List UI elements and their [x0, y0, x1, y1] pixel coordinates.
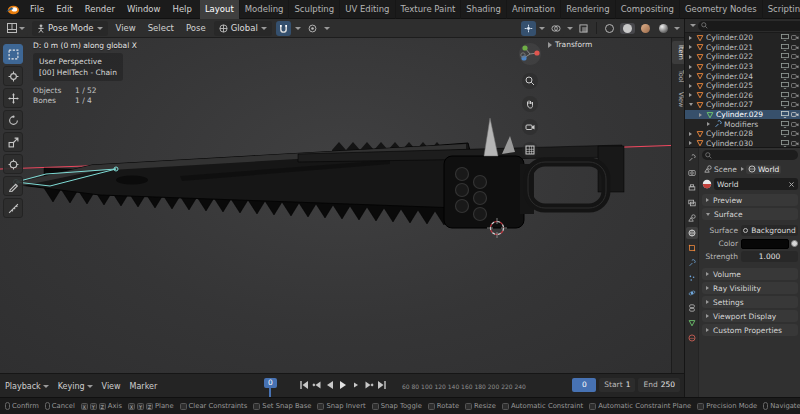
workspace-tab-modeling[interactable]: Modeling — [240, 0, 290, 19]
workspace-tab-shading[interactable]: Shading — [461, 0, 507, 19]
menu-view[interactable]: View — [102, 382, 121, 391]
menu-window[interactable]: Window — [121, 4, 167, 14]
close-icon[interactable] — [788, 181, 795, 188]
properties-search-input[interactable] — [714, 151, 795, 159]
screen-visibility-icon[interactable] — [781, 34, 789, 41]
timeline-ruler[interactable]: 60 80 100 120 140 160 180 200 220 240 — [402, 374, 526, 398]
workspace-tab-layout[interactable]: Layout — [200, 0, 240, 19]
camera-view-button[interactable] — [522, 119, 538, 135]
tool-properties-tab[interactable] — [686, 152, 698, 164]
section-ray-visibility[interactable]: Ray Visibility — [702, 282, 798, 294]
snap-toggle-button[interactable] — [276, 21, 291, 36]
snap-settings-chevron-icon[interactable] — [295, 27, 301, 30]
cursor-tool-button[interactable] — [3, 66, 23, 86]
next-keyframe-button[interactable] — [363, 377, 375, 393]
physics-properties-tab[interactable] — [686, 287, 698, 299]
menu-edit[interactable]: Edit — [50, 4, 78, 14]
workspace-tab-geometry-nodes[interactable]: Geometry Nodes — [680, 0, 763, 19]
chevron-down-icon[interactable] — [690, 24, 696, 27]
pan-button[interactable] — [522, 96, 538, 112]
menu-view[interactable]: View — [112, 23, 140, 33]
constraint-properties-tab[interactable] — [686, 302, 698, 314]
screen-visibility-icon[interactable] — [781, 92, 789, 99]
disclosure-right-icon[interactable] — [689, 132, 692, 136]
camera-visibility-icon[interactable] — [791, 44, 799, 51]
camera-visibility-icon[interactable] — [791, 140, 799, 147]
outliner-row[interactable]: Cylinder.028 — [685, 129, 800, 139]
screen-visibility-icon[interactable] — [781, 82, 789, 89]
outliner-row[interactable]: Cylinder.022 — [685, 52, 800, 62]
camera-visibility-icon[interactable] — [791, 111, 799, 118]
disclosure-right-icon[interactable] — [689, 45, 692, 49]
breadcrumb-scene[interactable]: Scene — [702, 165, 739, 174]
screen-visibility-icon[interactable] — [781, 130, 789, 137]
scale-tool-button[interactable] — [3, 132, 23, 152]
show-overlays-button[interactable] — [548, 21, 564, 36]
section-volume[interactable]: Volume — [702, 268, 798, 280]
disclosure-right-icon[interactable] — [689, 65, 692, 69]
annotate-tool-button[interactable] — [3, 176, 23, 196]
proportional-settings-chevron-icon[interactable] — [324, 27, 330, 30]
end-frame-field[interactable]: End250 — [638, 378, 680, 392]
material-properties-tab[interactable] — [686, 332, 698, 344]
menu-render[interactable]: Render — [79, 4, 121, 14]
sidebar-tab-item[interactable]: Item — [672, 41, 684, 64]
world-name-field[interactable]: World — [714, 178, 798, 190]
menu-marker[interactable]: Marker — [130, 382, 158, 391]
gizmo-settings-chevron-icon[interactable] — [539, 27, 545, 30]
screen-visibility-icon[interactable] — [781, 101, 789, 108]
start-frame-field[interactable]: Start1 — [599, 378, 635, 392]
outliner-row[interactable]: Cylinder.021 — [685, 43, 800, 53]
breadcrumb-world[interactable]: World — [746, 165, 782, 174]
move-tool-button[interactable] — [3, 88, 23, 108]
camera-visibility-icon[interactable] — [791, 53, 799, 60]
orbit-gizmo[interactable] — [518, 42, 542, 66]
shading-wireframe-button[interactable] — [602, 23, 617, 34]
outliner-row-modifiers[interactable]: Modifiers — [685, 119, 800, 129]
surface-shader-button[interactable]: Background — [741, 225, 798, 236]
section-settings[interactable]: Settings — [702, 296, 798, 308]
toggle-xray-button[interactable] — [576, 21, 591, 36]
sidebar-tab-view[interactable]: View — [672, 88, 684, 111]
camera-visibility-icon[interactable] — [791, 73, 799, 80]
disclosure-right-icon[interactable] — [689, 36, 692, 40]
measure-tool-button[interactable] — [3, 198, 23, 218]
current-frame-field[interactable]: 0 — [572, 378, 596, 392]
next-frame-button[interactable] — [350, 377, 362, 393]
outliner-row[interactable]: Cylinder.024 — [685, 71, 800, 81]
menu-playback[interactable]: Playback — [5, 382, 49, 391]
outliner-row[interactable]: Cylinder.026 — [685, 91, 800, 101]
overlays-settings-chevron-icon[interactable] — [567, 27, 573, 30]
section-surface[interactable]: Surface — [702, 208, 798, 220]
proportional-editing-button[interactable] — [305, 21, 320, 36]
transform-tool-button[interactable] — [3, 154, 23, 174]
screen-visibility-icon[interactable] — [781, 63, 789, 70]
play-button[interactable] — [337, 377, 349, 393]
jump-to-start-button[interactable] — [298, 377, 310, 393]
workspace-tab-sculpting[interactable]: Sculpting — [289, 0, 340, 19]
editor-type-button[interactable] — [4, 21, 28, 36]
section-viewport-display[interactable]: Viewport Display — [702, 310, 798, 322]
outliner-row[interactable]: Cylinder.023 — [685, 62, 800, 72]
particle-properties-tab[interactable] — [686, 272, 698, 284]
properties-search[interactable] — [702, 150, 798, 160]
3d-viewport[interactable]: D: 0 m (0 m) along global X User Perspec… — [0, 38, 684, 373]
strength-value-slider[interactable]: 1.000 — [741, 251, 798, 262]
object-data-properties-tab[interactable] — [686, 317, 698, 329]
shading-settings-chevron-icon[interactable] — [674, 27, 680, 30]
disclosure-right-icon[interactable] — [699, 113, 702, 117]
outliner-row-selected[interactable]: Cylinder.029 — [685, 110, 800, 120]
outliner-search-input[interactable] — [710, 22, 800, 30]
render-properties-tab[interactable] — [686, 167, 698, 179]
select-box-tool-button[interactable] — [3, 44, 23, 64]
screen-visibility-icon[interactable] — [781, 140, 789, 147]
workspace-tab-animation[interactable]: Animation — [507, 0, 561, 19]
menu-pose[interactable]: Pose — [182, 23, 210, 33]
show-gizmo-button[interactable] — [521, 21, 536, 36]
outliner-row[interactable]: Cylinder.020 — [685, 33, 800, 43]
object-properties-tab[interactable] — [686, 242, 698, 254]
camera-visibility-icon[interactable] — [791, 82, 799, 89]
screen-visibility-icon[interactable] — [781, 111, 789, 118]
shading-rendered-button[interactable] — [656, 23, 671, 34]
workspace-tab-uv-editing[interactable]: UV Editing — [340, 0, 395, 19]
